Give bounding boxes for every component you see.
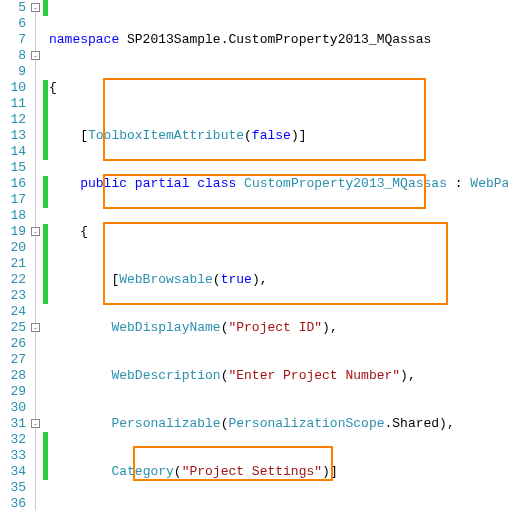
code-token — [49, 416, 111, 431]
line-number: 32 — [0, 432, 26, 448]
line-number: 34 — [0, 464, 26, 480]
line-number: 8 — [0, 48, 26, 64]
code-token — [49, 176, 80, 191]
fold-toggle-icon[interactable]: - — [31, 51, 40, 60]
fold-toggle-icon[interactable]: - — [31, 227, 40, 236]
code-token: Category — [111, 464, 173, 479]
line-number: 11 — [0, 96, 26, 112]
fold-toggle-icon[interactable]: - — [31, 419, 40, 428]
line-number: 13 — [0, 128, 26, 144]
line-number: 20 — [0, 240, 26, 256]
code-token: ( — [213, 272, 221, 287]
line-number: 12 — [0, 112, 26, 128]
code-token: class — [197, 176, 236, 191]
line-number: 26 — [0, 336, 26, 352]
line-number-gutter: 5 6 7 8 9 10 11 12 13 14 15 16 17 18 19 … — [0, 0, 30, 525]
line-number: 25 — [0, 320, 26, 336]
code-token: ToolboxItemAttribute — [88, 128, 244, 143]
line-number: 36 — [0, 496, 26, 512]
code-token: SP2013Sample.CustomProperty2013_MQassas — [119, 32, 431, 47]
code-token — [49, 320, 111, 335]
line-number: 6 — [0, 16, 26, 32]
line-number: 29 — [0, 384, 26, 400]
code-token — [49, 368, 111, 383]
line-number: 18 — [0, 208, 26, 224]
code-token: Personalizable — [111, 416, 220, 431]
outline-column: - - - - - — [30, 0, 43, 525]
line-number: 14 — [0, 144, 26, 160]
code-token: "Project Settings" — [182, 464, 322, 479]
code-token: "Project ID" — [228, 320, 322, 335]
code-token: namespace — [49, 32, 119, 47]
line-number: 19 — [0, 224, 26, 240]
code-token: { — [49, 80, 57, 95]
code-token: public — [80, 176, 127, 191]
code-token: ( — [174, 464, 182, 479]
code-token: ( — [244, 128, 252, 143]
line-number: 23 — [0, 288, 26, 304]
code-token: [ — [49, 272, 119, 287]
code-token — [49, 464, 111, 479]
code-token: [ — [49, 128, 88, 143]
fold-toggle-icon[interactable]: - — [31, 323, 40, 332]
line-number: 35 — [0, 480, 26, 496]
code-area[interactable]: namespace SP2013Sample.CustomProperty201… — [48, 0, 508, 525]
line-number: 10 — [0, 80, 26, 96]
code-token: partial — [135, 176, 190, 191]
code-token: PersonalizationScope — [228, 416, 384, 431]
code-token: ), — [322, 320, 338, 335]
code-token: .Shared), — [384, 416, 454, 431]
line-number: 16 — [0, 176, 26, 192]
line-number: 31 — [0, 416, 26, 432]
line-number: 15 — [0, 160, 26, 176]
line-number: 9 — [0, 64, 26, 80]
code-token: WebDescription — [111, 368, 220, 383]
code-editor[interactable]: 5 6 7 8 9 10 11 12 13 14 15 16 17 18 19 … — [0, 0, 508, 525]
code-token: ), — [400, 368, 416, 383]
line-number: 30 — [0, 400, 26, 416]
line-number: 27 — [0, 352, 26, 368]
code-token: ), — [252, 272, 268, 287]
code-token: CustomProperty2013_MQassas — [244, 176, 447, 191]
fold-toggle-icon[interactable]: - — [31, 3, 40, 12]
code-token: : — [447, 176, 470, 191]
line-number: 28 — [0, 368, 26, 384]
code-token: WebPart — [470, 176, 508, 191]
code-token: false — [252, 128, 291, 143]
line-number: 5 — [0, 0, 26, 16]
code-token: )] — [322, 464, 338, 479]
code-token: WebBrowsable — [119, 272, 213, 287]
code-token: { — [49, 224, 88, 239]
line-number: 33 — [0, 448, 26, 464]
code-token: true — [221, 272, 252, 287]
line-number: 21 — [0, 256, 26, 272]
code-token: WebDisplayName — [111, 320, 220, 335]
line-number: 17 — [0, 192, 26, 208]
line-number: 7 — [0, 32, 26, 48]
line-number: 22 — [0, 272, 26, 288]
line-number: 24 — [0, 304, 26, 320]
code-token: )] — [291, 128, 307, 143]
code-token: "Enter Project Number" — [228, 368, 400, 383]
